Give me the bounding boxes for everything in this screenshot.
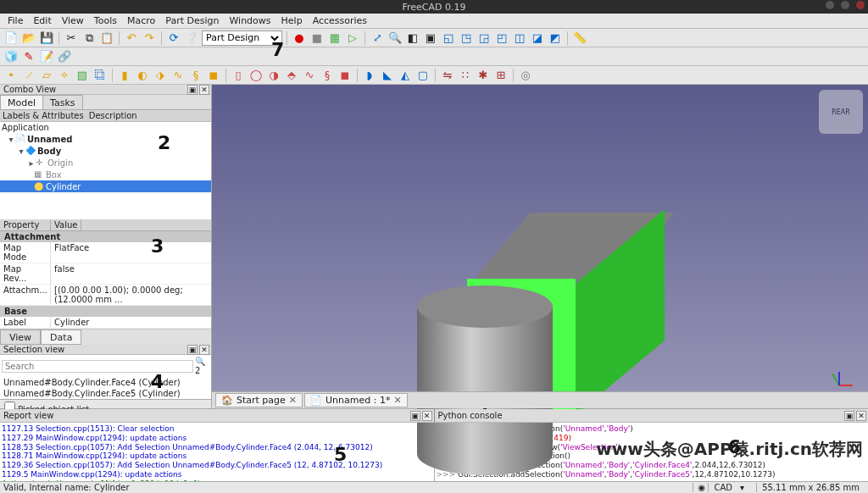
vp-tab-startpage[interactable]: 🏠Start page✕ — [215, 393, 303, 407]
sub-sweep-button[interactable]: ∿ — [302, 68, 317, 83]
window-maximize-button[interactable] — [841, 1, 849, 9]
menu-partdesign[interactable]: Part Design — [161, 14, 223, 27]
menu-accessories[interactable]: Accessories — [309, 14, 371, 27]
paste-button[interactable]: 📋 — [99, 30, 114, 46]
whatsthis-button[interactable]: ❔ — [184, 30, 199, 46]
tree-cylinder[interactable]: ⬤Cylinder — [0, 180, 211, 192]
tab-model[interactable]: Model — [0, 95, 43, 109]
macro-play-button[interactable]: ▷ — [345, 30, 360, 46]
sub-loft-button[interactable]: ⬘ — [284, 68, 299, 83]
sweep-button[interactable]: ∿ — [170, 68, 186, 83]
refresh-button[interactable]: ⟳ — [166, 30, 181, 46]
rear-view-button[interactable]: ◫ — [512, 30, 527, 46]
fillet-button[interactable]: ◗ — [362, 68, 377, 83]
groove-button[interactable]: ◑ — [266, 68, 281, 83]
left-view-button[interactable]: ◩ — [548, 30, 563, 46]
chamfer-button[interactable]: ◣ — [380, 68, 395, 83]
combo-float-button[interactable]: ▣ — [187, 85, 198, 95]
vp-tab-unnamed[interactable]: 📄Unnamed : 1*✕ — [304, 393, 408, 407]
undo-button[interactable]: ↶ — [124, 30, 139, 46]
tree-origin[interactable]: ▸✛Origin — [0, 157, 211, 169]
mirror-button[interactable]: ⇋ — [440, 68, 455, 83]
macro-record-button[interactable]: ● — [292, 30, 307, 46]
draft-button[interactable]: ◭ — [398, 68, 413, 83]
boolean-button[interactable]: ◎ — [518, 68, 533, 83]
redo-button[interactable]: ↷ — [142, 30, 157, 46]
draw-style-button[interactable]: ◧ — [405, 30, 420, 46]
selection-item[interactable]: Unnamed#Body.Cylinder.Face5 (Cylinder) — [0, 388, 211, 399]
macro-stop-button[interactable]: ■ — [309, 30, 325, 46]
additive-helix-button[interactable]: § — [188, 68, 203, 83]
pocket-button[interactable]: ▯ — [231, 68, 246, 83]
edit-sketch-button[interactable]: 📝 — [39, 49, 54, 64]
window-close-button[interactable] — [856, 1, 865, 9]
revolution-button[interactable]: ◐ — [135, 68, 150, 83]
save-button[interactable]: 💾 — [39, 30, 54, 46]
right-view-button[interactable]: ◰ — [494, 30, 509, 46]
macro-list-button[interactable]: ▦ — [327, 30, 342, 46]
sub-box-button[interactable]: ◼ — [337, 68, 353, 83]
tree-body[interactable]: ▾🔷Body — [0, 145, 211, 157]
create-body-button[interactable]: 🧊 — [3, 49, 19, 64]
report-close-button[interactable]: ✕ — [422, 411, 432, 421]
bbox-button[interactable]: ▣ — [423, 30, 438, 46]
pad-button[interactable]: ▮ — [117, 68, 132, 83]
map-sketch-button[interactable]: 🔗 — [57, 49, 72, 64]
tab-tasks[interactable]: Tasks — [42, 95, 82, 109]
workbench-selector[interactable]: Part Design — [202, 30, 282, 46]
report-view-body[interactable]: 1127.13 Selection.cpp(1513): Clear selec… — [0, 423, 434, 481]
selview-float-button[interactable]: ▣ — [187, 345, 198, 355]
create-sketch-button[interactable]: ✎ — [21, 49, 36, 64]
linear-pattern-button[interactable]: ∷ — [458, 68, 473, 83]
status-nav-style[interactable]: ◉ CAD ▾ — [693, 483, 750, 492]
fit-selection-button[interactable]: 🔍 — [387, 30, 403, 46]
menu-file[interactable]: File — [3, 14, 27, 27]
thickness-button[interactable]: ▢ — [415, 68, 431, 83]
tab-data[interactable]: Data — [41, 330, 81, 345]
pycon-close-button[interactable]: ✕ — [856, 411, 866, 421]
datum-plane-button[interactable]: ▱ — [39, 68, 54, 83]
copy-button[interactable]: ⧉ — [81, 30, 97, 46]
menu-edit[interactable]: Edit — [29, 14, 55, 27]
polar-pattern-button[interactable]: ✱ — [476, 68, 491, 83]
menu-view[interactable]: View — [58, 14, 88, 27]
datum-cs-button[interactable]: ✧ — [57, 68, 72, 83]
3d-viewport[interactable]: 1 REAR 🏠Start page✕ 📄Unnamed : 1*✕ — [212, 85, 868, 408]
bottom-view-button[interactable]: ◪ — [530, 30, 545, 46]
pycon-float-button[interactable]: ▣ — [844, 411, 854, 421]
clone-button[interactable]: ⿻ — [92, 68, 108, 83]
menu-help[interactable]: Help — [277, 14, 307, 27]
tree-document[interactable]: ▾📄Unnamed — [0, 133, 211, 145]
selview-close-button[interactable]: ✕ — [199, 345, 209, 355]
loft-button[interactable]: ⬗ — [153, 68, 168, 83]
sub-helix-button[interactable]: § — [320, 68, 335, 83]
selection-search-input[interactable] — [2, 360, 193, 373]
new-doc-button[interactable]: 📄 — [3, 30, 19, 46]
close-icon[interactable]: ✕ — [393, 395, 401, 406]
iso-view-button[interactable]: ◱ — [441, 30, 456, 46]
combo-close-button[interactable]: ✕ — [199, 85, 209, 95]
datum-point-button[interactable]: • — [3, 68, 19, 83]
front-view-button[interactable]: ◳ — [459, 30, 474, 46]
menu-tools[interactable]: Tools — [90, 14, 121, 27]
tree-application[interactable]: Application — [0, 122, 211, 133]
tree-box[interactable]: ▦Box — [0, 169, 211, 180]
menu-macro[interactable]: Macro — [123, 14, 159, 27]
top-view-button[interactable]: ◲ — [476, 30, 492, 46]
window-minimize-button[interactable] — [826, 1, 834, 9]
report-float-button[interactable]: ▣ — [410, 411, 420, 421]
additive-box-button[interactable]: ◼ — [206, 68, 221, 83]
close-icon[interactable]: ✕ — [289, 395, 297, 406]
open-button[interactable]: 📂 — [21, 30, 36, 46]
menu-windows[interactable]: Windows — [225, 14, 275, 27]
fit-all-button[interactable]: ⤢ — [370, 30, 385, 46]
navigation-cube[interactable]: REAR — [819, 90, 863, 134]
multi-transform-button[interactable]: ⊞ — [493, 68, 509, 83]
shapebinder-button[interactable]: ▧ — [75, 68, 90, 83]
datum-line-button[interactable]: ⟋ — [21, 68, 36, 83]
tab-view[interactable]: View — [0, 330, 41, 345]
selection-item[interactable]: Unnamed#Body.Cylinder.Face4 (Cylinder) — [0, 377, 211, 388]
hole-button[interactable]: ◯ — [248, 68, 264, 83]
measure-button[interactable]: 📏 — [572, 30, 587, 46]
cut-button[interactable]: ✂ — [64, 30, 79, 46]
